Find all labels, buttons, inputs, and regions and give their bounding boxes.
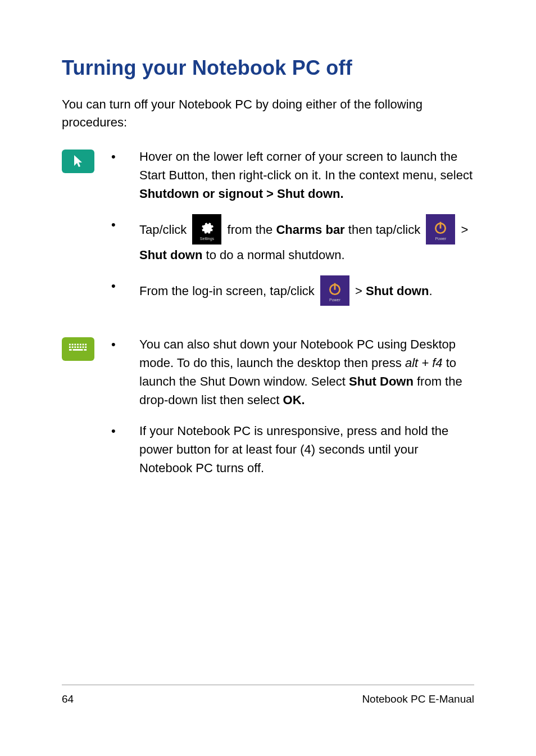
page-number: 64: [62, 693, 74, 705]
svg-rect-3: [334, 283, 335, 289]
power-icon: [328, 282, 342, 296]
keyboard-icon: [69, 343, 88, 355]
keyboard-method-block: You can also shut down your Notebook PC …: [62, 335, 474, 490]
mouse-method-block: Hover on the lower left corner of your s…: [62, 147, 474, 319]
text: .: [429, 284, 432, 298]
text: Tap/click: [139, 223, 190, 237]
bold-text: Shut down: [366, 284, 429, 298]
text: from the: [224, 223, 276, 237]
list-item: Tap/click Settings from the Charms bar t…: [139, 215, 474, 264]
bold-text: OK.: [283, 393, 305, 407]
svg-rect-8: [80, 343, 81, 345]
svg-rect-14: [77, 346, 79, 348]
gear-icon: [199, 220, 214, 235]
keyboard-instructions: You can also shut down your Notebook PC …: [111, 335, 474, 490]
svg-rect-10: [85, 343, 87, 345]
svg-rect-11: [69, 346, 71, 348]
icon-label: Power: [329, 297, 340, 304]
italic-text: alt + f4: [405, 356, 443, 370]
document-page: Turning your Notebook PC off You can tur…: [0, 0, 536, 490]
list-item: You can also shut down your Notebook PC …: [139, 335, 474, 409]
page-footer: 64 Notebook PC E-Manual: [62, 685, 474, 705]
power-charm-icon: Power: [426, 214, 455, 245]
svg-rect-20: [84, 349, 87, 351]
icon-label: Settings: [200, 236, 214, 242]
svg-rect-9: [83, 343, 84, 345]
list-item: Hover on the lower left corner of your s…: [139, 147, 474, 203]
page-heading: Turning your Notebook PC off: [62, 56, 474, 80]
svg-rect-4: [69, 343, 71, 345]
svg-rect-1: [440, 221, 442, 228]
bold-text: Shut down: [139, 248, 202, 262]
mouse-method-icon: [62, 150, 94, 173]
text: to do a normal shutdown.: [202, 248, 344, 262]
svg-rect-6: [74, 343, 76, 345]
list-item: If your Notebook PC is unresponsive, pre…: [139, 422, 474, 477]
keyboard-method-icon: [62, 337, 94, 361]
svg-rect-15: [80, 346, 81, 348]
svg-rect-16: [83, 346, 84, 348]
svg-rect-13: [74, 346, 76, 348]
text: >: [352, 284, 366, 298]
power-charm-icon: Power: [320, 275, 349, 306]
settings-charm-icon: Settings: [192, 214, 221, 245]
text: then tap/click: [345, 223, 424, 237]
bold-text: Shut Down: [349, 374, 414, 388]
text: If your Notebook PC is unresponsive, pre…: [139, 424, 448, 475]
text: From the log-in screen, tap/click: [139, 284, 318, 298]
svg-rect-19: [73, 349, 83, 351]
cursor-icon: [73, 155, 83, 168]
svg-rect-12: [72, 346, 74, 348]
text: >: [457, 223, 468, 237]
icon-label: Power: [435, 236, 446, 242]
list-item: From the log-in screen, tap/click Power …: [139, 277, 474, 307]
svg-rect-7: [77, 343, 79, 345]
svg-rect-17: [85, 346, 87, 348]
power-icon: [433, 220, 448, 235]
svg-rect-18: [69, 349, 72, 351]
mouse-instructions: Hover on the lower left corner of your s…: [111, 147, 474, 319]
svg-rect-5: [72, 343, 74, 345]
footer-title: Notebook PC E-Manual: [362, 693, 474, 705]
bold-text: Shutdown or signout > Shut down.: [139, 187, 344, 201]
bold-text: Charms bar: [276, 223, 344, 237]
intro-text: You can turn off your Notebook PC by doi…: [62, 96, 474, 132]
text: Hover on the lower left corner of your s…: [139, 150, 473, 182]
